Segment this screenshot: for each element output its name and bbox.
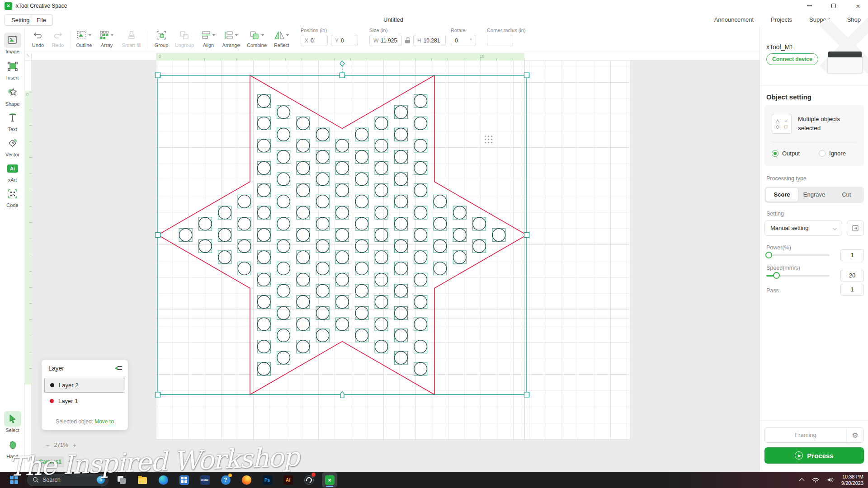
sidebar-item-xart[interactable]: Ai xArt bbox=[2, 161, 23, 183]
sidebar-item-shape[interactable]: Shape bbox=[2, 85, 23, 107]
layer-item-1[interactable]: Layer 1 bbox=[44, 394, 125, 408]
link-projects[interactable]: Projects bbox=[771, 16, 792, 23]
height-input[interactable]: H 10.281 bbox=[413, 35, 446, 46]
reflect-icon bbox=[271, 30, 292, 41]
play-icon: ▶ bbox=[795, 451, 803, 460]
obs-button[interactable] bbox=[301, 472, 316, 488]
sidebar-item-image[interactable]: Image bbox=[2, 33, 23, 54]
top-links: Announcement Projects Support Shop bbox=[714, 16, 861, 23]
size-fields: Size (in) W 11.925 H 10.281 bbox=[369, 28, 446, 46]
firefox-button[interactable] bbox=[239, 472, 254, 488]
combine-button[interactable]: Combine bbox=[245, 30, 269, 48]
insert-icon bbox=[4, 59, 21, 74]
file-button[interactable]: File bbox=[30, 14, 53, 26]
setting-label: Setting bbox=[766, 211, 784, 217]
close-button[interactable]: × bbox=[852, 1, 864, 11]
clock[interactable]: 10:38 PM 9/20/2023 bbox=[841, 474, 863, 486]
file-explorer-button[interactable] bbox=[135, 472, 150, 488]
position-x-input[interactable]: X 0 bbox=[301, 35, 328, 46]
outline-button[interactable]: Outline bbox=[73, 30, 95, 48]
power-value-input[interactable]: 1 bbox=[840, 249, 864, 261]
arrange-button[interactable]: Arrange bbox=[219, 30, 243, 48]
sidebar-item-text[interactable]: Text bbox=[2, 110, 23, 132]
maximize-button[interactable] bbox=[827, 1, 840, 11]
edge-button[interactable] bbox=[156, 472, 171, 488]
wifi-icon[interactable] bbox=[811, 477, 820, 483]
divider bbox=[760, 420, 868, 421]
framing-button[interactable]: Framing ⚙ bbox=[764, 427, 864, 443]
firefox-icon bbox=[242, 475, 251, 485]
minimize-icon bbox=[807, 5, 812, 6]
code-qr-icon bbox=[4, 186, 21, 202]
title-bar: × xTool Creative Space × bbox=[0, 0, 868, 13]
tray-expand-icon[interactable] bbox=[799, 478, 804, 483]
photoshop-button[interactable]: Ps bbox=[259, 472, 275, 488]
microsoft-store-button[interactable] bbox=[176, 472, 192, 488]
taskbar-search[interactable]: Search b bbox=[27, 474, 108, 486]
object-setting-card: △○ ◇□ Multiple objects selected Output I… bbox=[764, 105, 864, 166]
move-to-link[interactable]: Move to bbox=[94, 418, 114, 425]
setting-library-button[interactable] bbox=[847, 221, 864, 236]
corner-radius-input[interactable] bbox=[487, 35, 513, 46]
system-tray: 10:38 PM 9/20/2023 bbox=[801, 472, 863, 488]
xtool-taskbar-button[interactable]: × bbox=[322, 472, 337, 488]
illustrator-button[interactable]: Ai bbox=[280, 472, 296, 488]
group-button[interactable]: Group bbox=[151, 30, 171, 48]
hand-tool[interactable]: Hand bbox=[2, 437, 23, 459]
radio-output[interactable]: Output bbox=[772, 150, 800, 157]
redo-button: Redo bbox=[48, 30, 67, 48]
redo-icon bbox=[48, 30, 67, 41]
maximize-icon bbox=[831, 4, 836, 8]
tab-cut[interactable]: Cut bbox=[830, 188, 863, 202]
tray-date: 9/20/2023 bbox=[841, 480, 863, 486]
layer-item-2[interactable]: Layer 2 bbox=[44, 378, 125, 393]
layer-footer: Selected objectMove to bbox=[42, 418, 128, 425]
minimize-button[interactable] bbox=[803, 1, 816, 11]
layer-panel-options-icon[interactable] bbox=[115, 366, 122, 371]
ungroup-button: Ungroup bbox=[172, 30, 197, 48]
setting-dropdown[interactable]: Manual setting bbox=[764, 221, 842, 236]
link-announcement[interactable]: Announcement bbox=[714, 16, 754, 23]
outline-icon bbox=[73, 30, 95, 41]
microsoft-store-icon bbox=[179, 475, 189, 485]
shape-icon bbox=[4, 85, 21, 100]
select-tool[interactable]: Select bbox=[2, 411, 23, 433]
get-help-button[interactable]: ? bbox=[218, 472, 233, 488]
sidebar-item-insert[interactable]: Insert bbox=[2, 59, 23, 80]
sidebar-item-code[interactable]: Code bbox=[2, 186, 23, 208]
speed-value-input[interactable]: 20 bbox=[840, 270, 864, 282]
reflect-button[interactable]: Reflect bbox=[271, 30, 292, 48]
search-placeholder: Search bbox=[42, 477, 93, 483]
toolbar-divider bbox=[70, 31, 71, 49]
volume-icon[interactable] bbox=[827, 477, 834, 483]
pass-value-input[interactable]: 1 bbox=[840, 284, 864, 296]
myhp-button[interactable]: myhp bbox=[197, 472, 212, 488]
layer2-color-dot bbox=[50, 383, 54, 387]
window-title: xTool Creative Space bbox=[16, 3, 67, 9]
gear-icon[interactable]: ⚙ bbox=[846, 428, 863, 442]
library-icon bbox=[852, 225, 859, 232]
undo-button[interactable]: Undo bbox=[28, 30, 47, 48]
width-input[interactable]: W 11.925 bbox=[369, 35, 402, 46]
task-view-button[interactable] bbox=[114, 472, 129, 488]
speed-slider[interactable] bbox=[766, 275, 830, 277]
link-shop[interactable]: Shop bbox=[847, 16, 861, 23]
radio-output-dot bbox=[772, 150, 778, 157]
radio-ignore[interactable]: Ignore bbox=[819, 150, 846, 157]
lock-ratio-icon[interactable] bbox=[405, 38, 410, 43]
sidebar-item-vector[interactable]: Vector bbox=[2, 136, 23, 157]
help-blob bbox=[228, 474, 232, 477]
align-button[interactable]: Align bbox=[198, 30, 218, 48]
tab-score[interactable]: Score bbox=[766, 188, 798, 202]
process-button[interactable]: ▶ Process bbox=[764, 447, 864, 464]
rotate-input[interactable]: 0 ° bbox=[451, 35, 476, 46]
power-slider[interactable] bbox=[766, 254, 830, 256]
output-ignore-radios: Output Ignore bbox=[772, 150, 846, 157]
start-button[interactable] bbox=[6, 472, 22, 488]
connect-device-button[interactable]: Connect device bbox=[766, 53, 818, 65]
design-selection[interactable] bbox=[25, 53, 760, 472]
device-name: xTool_M1 bbox=[766, 43, 793, 51]
tab-engrave[interactable]: Engrave bbox=[798, 188, 830, 202]
position-y-input[interactable]: Y 0 bbox=[331, 35, 358, 46]
array-button[interactable]: Array bbox=[96, 30, 117, 48]
